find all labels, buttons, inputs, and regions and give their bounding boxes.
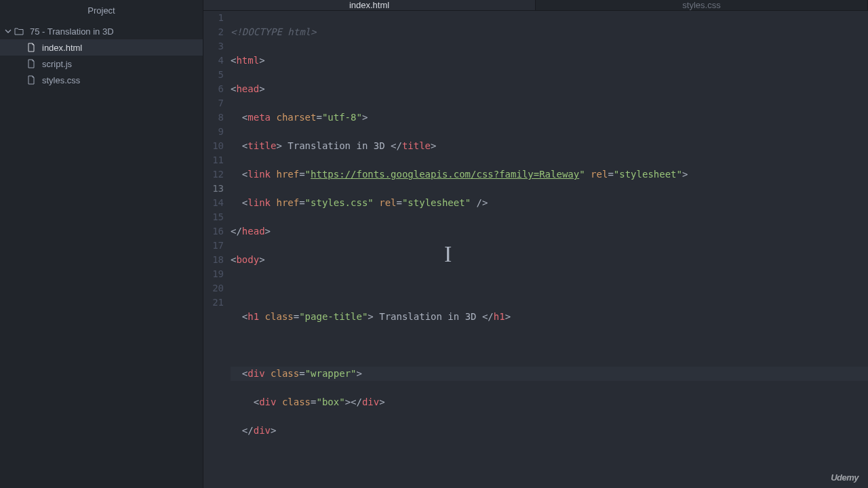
udemy-watermark: Udemy xyxy=(831,472,859,483)
file-label: styles.css xyxy=(42,75,80,85)
file-icon xyxy=(26,75,37,85)
tab-bar: index.html styles.css xyxy=(203,0,868,11)
project-sidebar: Project 75 - Translation in 3D index.htm… xyxy=(0,0,203,488)
file-icon xyxy=(26,58,37,69)
file-label: script.js xyxy=(42,59,72,69)
code-editor[interactable]: 123456789101112131415161718192021 <!DOCT… xyxy=(203,11,868,488)
folder-label: 75 - Translation in 3D xyxy=(30,26,114,37)
tab-index-html[interactable]: index.html xyxy=(203,0,536,10)
chevron-down-icon xyxy=(4,27,12,35)
sidebar-title: Project xyxy=(0,0,203,20)
file-item-index-html[interactable]: index.html xyxy=(0,39,203,56)
file-item-script-js[interactable]: script.js xyxy=(0,56,203,72)
tab-styles-css[interactable]: styles.css xyxy=(536,0,868,10)
text-cursor-icon: I xyxy=(444,241,446,267)
file-label: index.html xyxy=(42,43,82,53)
file-tree: 75 - Translation in 3D index.html script… xyxy=(0,20,203,88)
editor-pane: index.html styles.css 123456789101112131… xyxy=(203,0,868,488)
folder-root[interactable]: 75 - Translation in 3D xyxy=(0,23,203,39)
code-area[interactable]: <!DOCTYPE html> <html> <head> <meta char… xyxy=(231,11,868,488)
folder-icon xyxy=(14,26,24,37)
line-gutter: 123456789101112131415161718192021 xyxy=(203,11,231,488)
app-root: Project 75 - Translation in 3D index.htm… xyxy=(0,0,868,488)
file-item-styles-css[interactable]: styles.css xyxy=(0,72,203,88)
file-icon xyxy=(26,42,37,53)
